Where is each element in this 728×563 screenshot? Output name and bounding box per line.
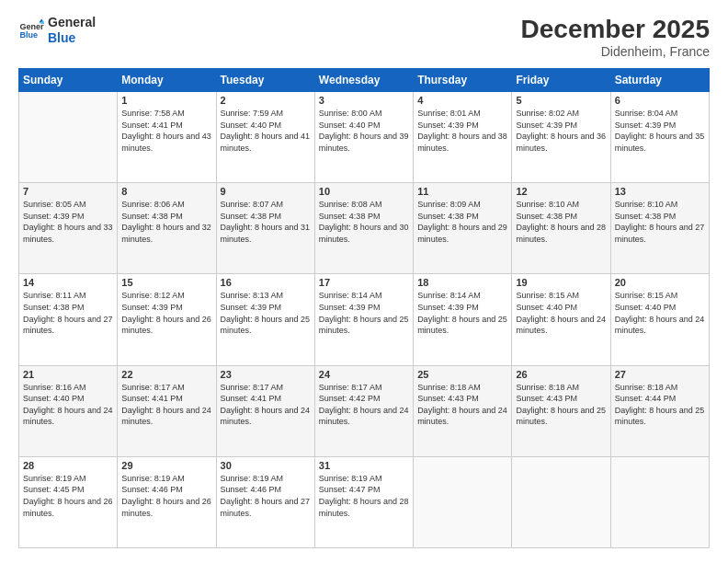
day-detail: Sunrise: 8:13 AM Sunset: 4:39 PM Dayligh… [221,290,311,336]
day-detail: Sunrise: 8:19 AM Sunset: 4:45 PM Dayligh… [23,473,113,519]
day-number: 16 [221,277,311,288]
day-detail: Sunrise: 8:05 AM Sunset: 4:39 PM Dayligh… [23,199,113,245]
day-detail: Sunrise: 8:18 AM Sunset: 4:43 PM Dayligh… [516,382,606,428]
day-number: 14 [23,277,113,288]
calendar-week-2: 7 Sunrise: 8:05 AM Sunset: 4:39 PM Dayli… [19,183,710,274]
day-detail: Sunrise: 8:07 AM Sunset: 4:38 PM Dayligh… [221,199,311,245]
day-number: 20 [615,277,705,288]
title-block: December 2025 Didenheim, France [521,15,710,59]
calendar-cell [512,456,610,547]
col-thursday: Thursday [414,69,512,92]
day-detail: Sunrise: 7:58 AM Sunset: 4:41 PM Dayligh… [121,108,211,154]
calendar-cell: 28 Sunrise: 8:19 AM Sunset: 4:45 PM Dayl… [19,456,118,547]
calendar-cell: 16 Sunrise: 8:13 AM Sunset: 4:39 PM Dayl… [216,274,314,365]
day-number: 2 [221,95,311,106]
day-number: 24 [319,369,409,380]
calendar-cell: 26 Sunrise: 8:18 AM Sunset: 4:43 PM Dayl… [512,365,610,456]
calendar-week-4: 21 Sunrise: 8:16 AM Sunset: 4:40 PM Dayl… [19,365,710,456]
day-number: 8 [121,186,211,197]
calendar-cell: 15 Sunrise: 8:12 AM Sunset: 4:39 PM Dayl… [118,274,216,365]
day-detail: Sunrise: 8:01 AM Sunset: 4:39 PM Dayligh… [417,108,507,154]
calendar-cell: 6 Sunrise: 8:04 AM Sunset: 4:39 PM Dayli… [610,92,709,183]
day-number: 21 [23,369,113,380]
day-detail: Sunrise: 8:10 AM Sunset: 4:38 PM Dayligh… [615,199,705,245]
calendar-cell: 1 Sunrise: 7:58 AM Sunset: 4:41 PM Dayli… [118,92,216,183]
day-detail: Sunrise: 8:12 AM Sunset: 4:39 PM Dayligh… [121,290,211,336]
col-tuesday: Tuesday [216,69,314,92]
day-detail: Sunrise: 8:04 AM Sunset: 4:39 PM Dayligh… [615,108,705,154]
calendar-cell: 5 Sunrise: 8:02 AM Sunset: 4:39 PM Dayli… [512,92,610,183]
day-number: 26 [516,369,606,380]
day-number: 29 [121,460,211,471]
svg-text:General: General [19,21,44,30]
day-detail: Sunrise: 8:14 AM Sunset: 4:39 PM Dayligh… [319,290,409,336]
logo: General Blue General Blue [18,15,96,46]
calendar-cell [610,456,709,547]
calendar-cell: 4 Sunrise: 8:01 AM Sunset: 4:39 PM Dayli… [414,92,512,183]
calendar-cell: 30 Sunrise: 8:19 AM Sunset: 4:46 PM Dayl… [216,456,314,547]
logo-general: General [48,15,96,30]
calendar-cell: 12 Sunrise: 8:10 AM Sunset: 4:38 PM Dayl… [512,183,610,274]
calendar-cell: 13 Sunrise: 8:10 AM Sunset: 4:38 PM Dayl… [610,183,709,274]
calendar-cell: 17 Sunrise: 8:14 AM Sunset: 4:39 PM Dayl… [314,274,413,365]
calendar-cell: 21 Sunrise: 8:16 AM Sunset: 4:40 PM Dayl… [19,365,118,456]
day-detail: Sunrise: 8:16 AM Sunset: 4:40 PM Dayligh… [23,382,113,428]
day-number: 6 [615,95,705,106]
day-number: 30 [221,460,311,471]
calendar-cell: 29 Sunrise: 8:19 AM Sunset: 4:46 PM Dayl… [118,456,216,547]
calendar-cell: 27 Sunrise: 8:18 AM Sunset: 4:44 PM Dayl… [610,365,709,456]
calendar-cell: 2 Sunrise: 7:59 AM Sunset: 4:40 PM Dayli… [216,92,314,183]
location: Didenheim, France [521,44,710,59]
day-number: 15 [121,277,211,288]
calendar-week-3: 14 Sunrise: 8:11 AM Sunset: 4:38 PM Dayl… [19,274,710,365]
day-number: 18 [417,277,507,288]
calendar-cell: 22 Sunrise: 8:17 AM Sunset: 4:41 PM Dayl… [118,365,216,456]
calendar-cell: 3 Sunrise: 8:00 AM Sunset: 4:40 PM Dayli… [314,92,413,183]
calendar-page: General Blue General Blue December 2025 … [0,0,728,563]
day-detail: Sunrise: 8:19 AM Sunset: 4:47 PM Dayligh… [319,473,409,519]
logo-blue: Blue [48,30,96,46]
logo-icon: General Blue [18,17,44,43]
calendar-cell: 9 Sunrise: 8:07 AM Sunset: 4:38 PM Dayli… [216,183,314,274]
day-number: 7 [23,186,113,197]
month-title: December 2025 [521,15,710,44]
calendar-cell: 23 Sunrise: 8:17 AM Sunset: 4:41 PM Dayl… [216,365,314,456]
calendar-week-1: 1 Sunrise: 7:58 AM Sunset: 4:41 PM Dayli… [19,92,710,183]
day-number: 22 [121,369,211,380]
calendar-cell: 14 Sunrise: 8:11 AM Sunset: 4:38 PM Dayl… [19,274,118,365]
header-row: Sunday Monday Tuesday Wednesday Thursday… [19,69,710,92]
day-number: 13 [615,186,705,197]
col-monday: Monday [118,69,216,92]
day-number: 31 [319,460,409,471]
calendar-week-5: 28 Sunrise: 8:19 AM Sunset: 4:45 PM Dayl… [19,456,710,547]
day-number: 27 [615,369,705,380]
day-number: 19 [516,277,606,288]
calendar-cell: 18 Sunrise: 8:14 AM Sunset: 4:39 PM Dayl… [414,274,512,365]
calendar-cell: 11 Sunrise: 8:09 AM Sunset: 4:38 PM Dayl… [414,183,512,274]
calendar-cell: 20 Sunrise: 8:15 AM Sunset: 4:40 PM Dayl… [610,274,709,365]
day-number: 25 [417,369,507,380]
svg-text:Blue: Blue [19,30,38,40]
day-detail: Sunrise: 8:10 AM Sunset: 4:38 PM Dayligh… [516,199,606,245]
col-friday: Friday [512,69,610,92]
calendar-cell [414,456,512,547]
day-number: 5 [516,95,606,106]
day-detail: Sunrise: 8:18 AM Sunset: 4:44 PM Dayligh… [615,382,705,428]
day-detail: Sunrise: 8:17 AM Sunset: 4:41 PM Dayligh… [221,382,311,428]
day-number: 9 [221,186,311,197]
day-number: 28 [23,460,113,471]
day-number: 1 [121,95,211,106]
day-number: 17 [319,277,409,288]
col-sunday: Sunday [19,69,118,92]
day-detail: Sunrise: 8:17 AM Sunset: 4:41 PM Dayligh… [121,382,211,428]
col-saturday: Saturday [610,69,709,92]
calendar-cell: 19 Sunrise: 8:15 AM Sunset: 4:40 PM Dayl… [512,274,610,365]
calendar-cell: 10 Sunrise: 8:08 AM Sunset: 4:38 PM Dayl… [314,183,413,274]
day-detail: Sunrise: 8:17 AM Sunset: 4:42 PM Dayligh… [319,382,409,428]
day-number: 4 [417,95,507,106]
day-detail: Sunrise: 8:09 AM Sunset: 4:38 PM Dayligh… [417,199,507,245]
day-detail: Sunrise: 8:08 AM Sunset: 4:38 PM Dayligh… [319,199,409,245]
day-detail: Sunrise: 8:19 AM Sunset: 4:46 PM Dayligh… [221,473,311,519]
day-detail: Sunrise: 8:06 AM Sunset: 4:38 PM Dayligh… [121,199,211,245]
day-detail: Sunrise: 8:00 AM Sunset: 4:40 PM Dayligh… [319,108,409,154]
